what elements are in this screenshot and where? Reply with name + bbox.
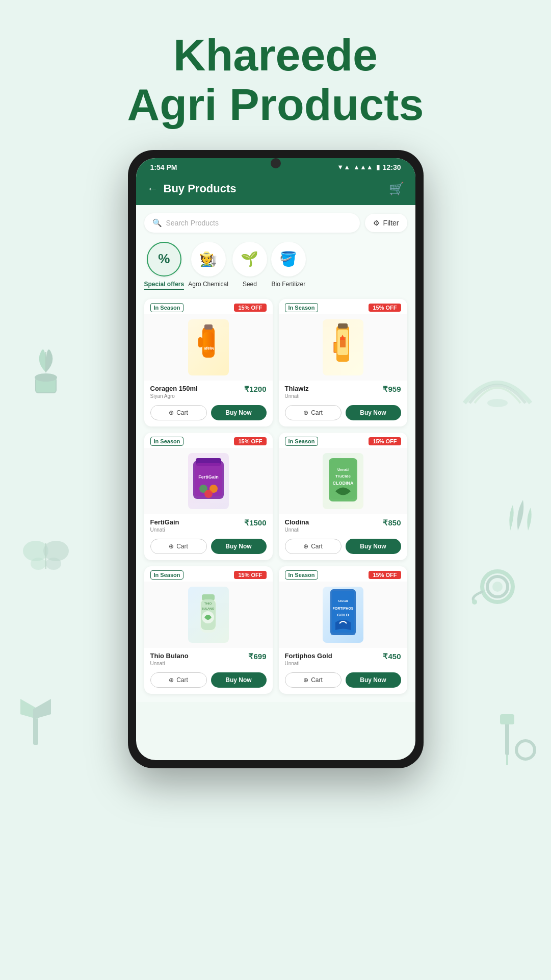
add-to-cart-button[interactable]: ⊕ Cart	[150, 539, 207, 554]
in-season-badge: In Season	[150, 437, 184, 446]
svg-text:GOLD: GOLD	[337, 613, 349, 617]
product-name: Coragen 150ml	[150, 385, 198, 392]
product-actions: ⊕ Cart Buy Now	[279, 535, 407, 560]
product-actions: ⊕ Cart Buy Now	[144, 401, 273, 426]
status-right: ▼▲ ▲▲▲ ▮ 12:30	[337, 163, 401, 171]
product-price: ₹1500	[244, 518, 266, 527]
product-info: FertiGain Unnati ₹1500	[144, 514, 273, 535]
bio-fert-icon: 🪣	[271, 242, 306, 277]
add-to-cart-button[interactable]: ⊕ Cart	[150, 672, 207, 688]
filter-button[interactable]: ⚙ Filter	[365, 214, 407, 232]
battery-time: 12:30	[383, 163, 401, 171]
battery-icon: ▮	[376, 163, 380, 171]
signal-icon: ▲▲▲	[353, 163, 373, 171]
product-name: Fortiphos Gold	[285, 652, 332, 660]
agro-chemical-icon: 🧑‍🌾	[191, 242, 226, 277]
cart-plus-icon: ⊕	[303, 543, 308, 550]
tab-seed[interactable]: 🌱 Seed	[232, 242, 267, 290]
product-price: ₹699	[248, 652, 266, 661]
product-price: ₹959	[383, 385, 401, 394]
product-brand: Unnati	[150, 661, 189, 666]
product-card-clodina: In Season 15% OFF Unnati TruCide CLO	[279, 433, 407, 560]
product-image-area: FertiGain	[144, 448, 273, 514]
product-image-area: Unnati FORTIPHOS GOLD	[279, 582, 407, 648]
tab-agro-chemical[interactable]: 🧑‍🌾 Agro Chemical	[188, 242, 228, 290]
svg-text:Unnati: Unnati	[338, 599, 348, 602]
cart-plus-icon: ⊕	[169, 409, 174, 416]
back-button[interactable]: ←	[147, 182, 159, 195]
phone-wrapper: 1:54 PM ▼▲ ▲▲▲ ▮ 12:30 ← Buy Products 🛒	[0, 150, 551, 799]
product-info: Clodina Unnati ₹850	[279, 514, 407, 535]
product-image-area: Unnati TruCide CLODINA	[279, 448, 407, 514]
search-icon: 🔍	[152, 218, 162, 228]
svg-text:TruCide: TruCide	[335, 474, 351, 479]
buy-now-button[interactable]: Buy Now	[211, 672, 267, 688]
product-actions: ⊕ Cart Buy Now	[279, 401, 407, 426]
svg-rect-24	[338, 323, 348, 329]
buy-now-button[interactable]: Buy Now	[211, 405, 267, 420]
product-actions: ⊕ Cart Buy Now	[144, 535, 273, 560]
buy-now-button[interactable]: Buy Now	[346, 539, 401, 554]
discount-badge: 15% OFF	[369, 437, 401, 445]
tab-bio-fertilizer[interactable]: 🪣 Bio Fertilizer	[271, 242, 306, 290]
svg-point-32	[204, 490, 213, 498]
header-left: ← Buy Products	[147, 182, 237, 195]
search-bar[interactable]: 🔍 Search Products	[144, 213, 360, 233]
product-brand: Unnati	[285, 393, 309, 399]
product-brand: Unnati	[150, 527, 179, 533]
product-image	[323, 319, 363, 375]
product-image: THIO BULANO	[188, 587, 229, 643]
product-name: Clodina	[285, 518, 309, 526]
search-row: 🔍 Search Products ⚙ Filter	[144, 213, 407, 233]
svg-text:कोरेजेन: कोरेजेन	[203, 346, 214, 350]
product-card-coragen: In Season 15% OFF	[144, 299, 273, 426]
wifi-icon: ▼▲	[337, 163, 350, 171]
status-time: 1:54 PM	[150, 163, 177, 171]
search-placeholder: Search Products	[166, 219, 219, 227]
product-name: Thio Bulano	[150, 652, 189, 660]
page-title: Buy Products	[164, 182, 237, 195]
product-card-fertigain: In Season 15% OFF FertiGain	[144, 433, 273, 560]
phone-frame: 1:54 PM ▼▲ ▲▲▲ ▮ 12:30 ← Buy Products 🛒	[128, 150, 424, 768]
add-to-cart-button[interactable]: ⊕ Cart	[150, 405, 207, 420]
filter-icon: ⚙	[373, 219, 380, 227]
svg-text:BULANO: BULANO	[202, 607, 215, 610]
product-name: FertiGain	[150, 518, 179, 526]
product-price: ₹850	[383, 518, 401, 527]
product-image-area: कोरेजेन	[144, 314, 273, 381]
product-name: Thiawiz	[285, 385, 309, 392]
in-season-badge: In Season	[150, 570, 184, 580]
product-image: Unnati TruCide CLODINA	[323, 453, 363, 509]
cart-plus-icon: ⊕	[303, 409, 308, 416]
tab-special-offers[interactable]: % Special offers	[144, 242, 185, 290]
product-info: Thio Bulano Unnati ₹699	[144, 648, 273, 668]
product-grid: In Season 15% OFF	[144, 299, 407, 694]
product-image-area	[279, 314, 407, 381]
product-card-thio: In Season 15% OFF	[144, 566, 273, 694]
add-to-cart-button[interactable]: ⊕ Cart	[285, 539, 342, 554]
product-info: Coragen 150ml Siyan Agro ₹1200	[144, 381, 273, 401]
cart-plus-icon: ⊕	[169, 676, 174, 684]
tab-label-special: Special offers	[144, 281, 185, 290]
svg-rect-20	[198, 337, 202, 347]
discount-badge: 15% OFF	[234, 571, 266, 579]
buy-now-button[interactable]: Buy Now	[346, 672, 401, 688]
phone-screen: 1:54 PM ▼▲ ▲▲▲ ▮ 12:30 ← Buy Products 🛒	[136, 158, 415, 760]
add-to-cart-button[interactable]: ⊕ Cart	[285, 672, 342, 688]
add-to-cart-button[interactable]: ⊕ Cart	[285, 405, 342, 420]
app-header: ← Buy Products 🛒	[136, 175, 415, 205]
cart-icon[interactable]: 🛒	[389, 182, 404, 196]
product-card-thiawiz: In Season 15% OFF	[279, 299, 407, 426]
buy-now-button[interactable]: Buy Now	[211, 539, 267, 554]
tab-label-seed: Seed	[243, 281, 257, 288]
product-header: In Season 15% OFF	[279, 433, 407, 448]
cart-plus-icon: ⊕	[303, 676, 308, 684]
product-header: In Season 15% OFF	[144, 566, 273, 582]
svg-text:FertiGain: FertiGain	[198, 474, 219, 480]
in-season-badge: In Season	[285, 570, 319, 580]
tab-label-biofert: Bio Fertilizer	[272, 281, 306, 288]
product-image: Unnati FORTIPHOS GOLD	[323, 587, 363, 643]
product-image: FertiGain	[188, 453, 229, 509]
buy-now-button[interactable]: Buy Now	[346, 405, 401, 420]
product-actions: ⊕ Cart Buy Now	[144, 668, 273, 694]
